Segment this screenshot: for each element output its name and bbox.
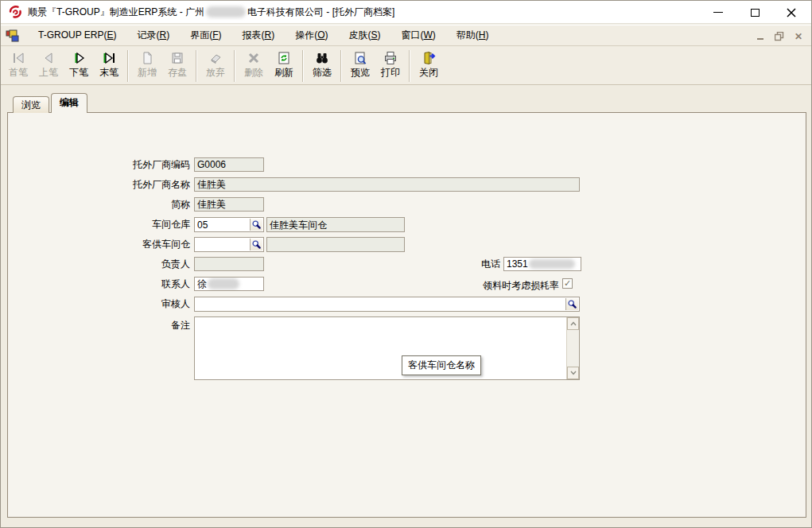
prev-record-icon <box>41 50 56 66</box>
close-window-button[interactable]: 关闭 <box>414 49 444 83</box>
binoculars-icon <box>314 50 330 66</box>
vendor-code-label: 托外厂商编码 <box>1 157 190 172</box>
toolbar-separator <box>409 50 410 82</box>
scrollbar-up-button[interactable] <box>567 317 579 330</box>
last-record-icon <box>101 50 117 66</box>
print-button[interactable]: 打印 <box>375 49 406 83</box>
menu-report[interactable]: 报表(R) <box>232 27 286 44</box>
customer-warehouse-lookup-button[interactable] <box>250 239 262 250</box>
customer-warehouse-code-field[interactable] <box>194 237 264 252</box>
filter-button[interactable]: 筛选 <box>307 49 337 83</box>
chevron-up-icon <box>569 320 577 327</box>
customer-warehouse-label: 客供车间仓 <box>1 237 190 251</box>
prev-record-button[interactable]: 上笔 <box>33 49 64 83</box>
new-button[interactable]: 新增 <box>132 49 162 83</box>
remarks-label: 备注 <box>1 318 190 332</box>
toolbar-separator <box>302 50 304 82</box>
manager-field[interactable] <box>194 257 264 271</box>
workshop-warehouse-label: 车间仓库 <box>1 217 190 231</box>
toolbar-separator <box>127 50 129 82</box>
minimize-button[interactable] <box>700 1 736 24</box>
menu-record[interactable]: 记录(R) <box>126 27 180 44</box>
menu-window[interactable]: 窗口(W) <box>391 27 446 44</box>
menu-interface[interactable]: 界面(F) <box>180 27 231 44</box>
mdi-restore-button[interactable] <box>773 30 786 43</box>
vendor-name-field[interactable]: 佳胜美 <box>194 177 580 192</box>
tab-edit[interactable]: 编辑 <box>51 93 87 113</box>
loss-rate-label: 领料时考虑损耗率 <box>430 278 559 293</box>
workshop-warehouse-code-field[interactable]: 05 <box>194 217 264 232</box>
toolbar-separator <box>234 50 235 82</box>
first-record-button[interactable]: 首笔 <box>3 49 33 83</box>
vendor-code-field[interactable]: G0006 <box>194 157 264 172</box>
mdi-child-window-icon <box>6 29 20 42</box>
lookup-magnifier-icon <box>251 239 262 250</box>
checkmark-icon: ✓ <box>564 278 571 288</box>
vendor-name-label: 托外厂商名称 <box>1 177 190 192</box>
next-record-button[interactable]: 下笔 <box>64 49 94 83</box>
menu-operation[interactable]: 操作(O) <box>285 27 338 44</box>
chevron-down-icon <box>569 370 577 376</box>
tab-browse[interactable]: 浏览 <box>13 96 49 113</box>
contact-label: 联系人 <box>1 277 190 291</box>
edit-tab-panel <box>7 112 806 518</box>
window-title-pre: 顺景『T-GROUP』制造业ERP系统 - 广州 <box>28 6 204 19</box>
auditor-lookup-button[interactable] <box>565 298 578 310</box>
customer-warehouse-name-field <box>266 237 405 252</box>
app-window: 顺景『T-GROUP』制造业ERP系统 - 广州 电子科技有限公司 - [托外厂… <box>0 0 812 528</box>
maximize-button[interactable] <box>736 1 773 24</box>
auditor-label: 审核人 <box>1 297 190 311</box>
mdi-minimize-button[interactable] <box>754 30 767 43</box>
redacted-company-name <box>206 6 246 17</box>
contact-field[interactable]: 徐 <box>194 277 264 291</box>
close-icon <box>786 7 797 18</box>
abandon-button[interactable]: 放弃 <box>200 49 231 83</box>
mdi-window-controls: ✕ <box>754 25 805 47</box>
short-name-label: 简称 <box>1 197 190 212</box>
first-record-icon <box>10 50 26 66</box>
loss-rate-checkbox[interactable]: ✓ <box>562 278 573 289</box>
app-logo-icon <box>7 4 23 20</box>
save-button[interactable]: 存盘 <box>162 49 192 83</box>
next-record-icon <box>71 50 87 66</box>
mdi-minimize-icon <box>757 38 763 40</box>
eraser-icon <box>208 50 223 66</box>
phone-field[interactable]: 1351 <box>503 257 581 271</box>
workshop-warehouse-lookup-button[interactable] <box>250 219 262 231</box>
exit-door-icon <box>421 50 437 66</box>
window-title: 顺景『T-GROUP』制造业ERP系统 - 广州 电子科技有限公司 - [托外厂… <box>28 6 394 19</box>
mdi-client-area: 浏览 编辑 托外厂商编码 G0006 托外厂商名称 佳胜美 简称 佳胜美 车间仓… <box>1 85 811 528</box>
toolbar-separator <box>340 50 342 82</box>
window-controls <box>700 1 810 24</box>
manager-label: 负责人 <box>1 257 190 271</box>
printer-icon <box>383 50 398 66</box>
new-document-icon <box>139 50 155 66</box>
mdi-close-button[interactable]: ✕ <box>792 30 805 43</box>
mdi-restore-icon <box>775 32 784 41</box>
minimize-icon <box>713 12 723 13</box>
preview-button[interactable]: 预览 <box>345 49 375 83</box>
workshop-warehouse-name-field: 佳胜美车间仓 <box>266 217 405 232</box>
menu-help[interactable]: 帮助(H) <box>446 27 499 44</box>
redacted-contact-name <box>208 278 239 289</box>
toolbar-separator <box>196 50 197 82</box>
short-name-field[interactable]: 佳胜美 <box>194 197 264 212</box>
mdi-close-icon: ✕ <box>795 31 802 42</box>
print-preview-icon <box>352 50 368 66</box>
remarks-textarea[interactable] <box>194 316 580 380</box>
delete-button[interactable]: 删除 <box>239 49 269 83</box>
maximize-icon <box>751 9 760 17</box>
tab-strip: 浏览 编辑 <box>13 93 87 113</box>
close-button[interactable] <box>773 1 810 24</box>
auditor-field[interactable] <box>194 297 580 312</box>
refresh-icon <box>276 50 292 66</box>
remarks-scrollbar[interactable] <box>566 317 579 379</box>
last-record-button[interactable]: 末笔 <box>94 49 124 83</box>
window-title-post: 电子科技有限公司 - [托外厂商档案] <box>247 6 394 19</box>
menu-bar: T-GROUP ERP(E) 记录(R) 界面(F) 报表(R) 操作(O) 皮… <box>1 25 811 46</box>
scrollbar-down-button[interactable] <box>567 367 579 379</box>
lookup-magnifier-icon <box>567 299 577 309</box>
menu-tgroup-erp[interactable]: T-GROUP ERP(E) <box>28 27 126 44</box>
refresh-button[interactable]: 刷新 <box>269 49 299 83</box>
menu-skin[interactable]: 皮肤(S) <box>339 27 391 44</box>
